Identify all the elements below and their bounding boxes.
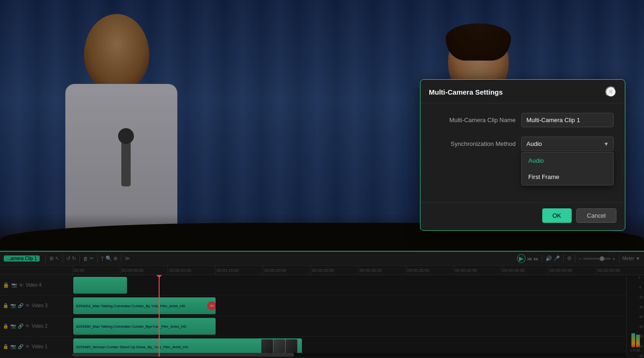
sync-method-row: Synchronization Method Audio ▼ Audio Fir… [432, 137, 614, 151]
multicamera-settings-dialog: Multi-Camera Settings × Multi-Camera Cli… [420, 79, 625, 231]
sync-method-dropdown: Audio First Frame [521, 152, 614, 186]
playhead[interactable] [159, 275, 160, 357]
dialog-overlay: Multi-Camera Settings × Multi-Camera Cli… [0, 0, 644, 358]
clip-name-input[interactable] [521, 113, 614, 127]
dialog-title: Multi-Camera Settings [429, 88, 503, 96]
option-audio-label: Audio [528, 157, 544, 164]
clip-name-label: Multi-Camera Clip Name [432, 117, 516, 124]
sync-method-select[interactable]: Audio [521, 137, 614, 151]
dropdown-option-firstframe[interactable]: First Frame [522, 169, 613, 185]
ok-button[interactable]: OK [542, 208, 572, 223]
dropdown-option-audio[interactable]: Audio [522, 152, 613, 169]
dialog-header: Multi-Camera Settings × [420, 80, 625, 103]
sync-method-label: Synchronization Method [432, 140, 516, 147]
cancel-button[interactable]: Cancel [576, 208, 616, 223]
dialog-close-button[interactable]: × [605, 86, 616, 97]
option-firstframe-label: First Frame [528, 173, 559, 180]
sync-method-value: Audio [526, 140, 542, 147]
sync-method-select-wrapper: Audio ▼ Audio First Frame [521, 137, 614, 151]
dialog-body: Multi-Camera Clip Name Synchronization M… [420, 103, 625, 170]
dialog-footer: OK Cancel [420, 202, 625, 230]
clip-name-row: Multi-Camera Clip Name [432, 113, 614, 127]
